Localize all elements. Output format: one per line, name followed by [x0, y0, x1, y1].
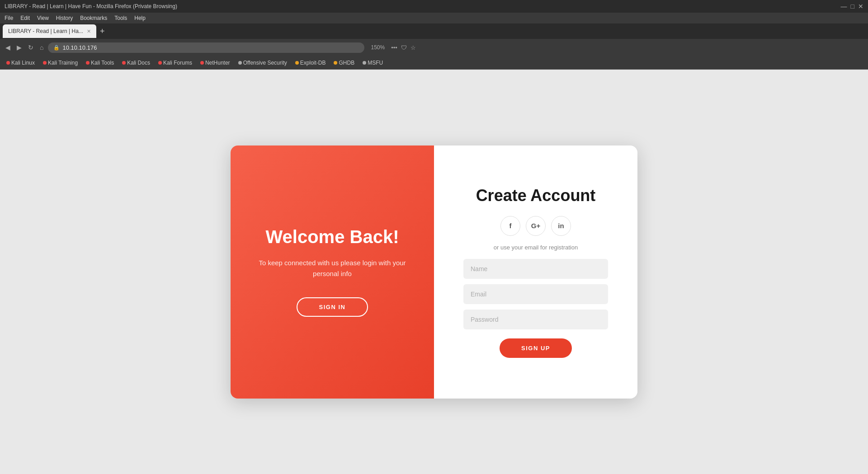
- bookmark-icon: [295, 61, 299, 65]
- menu-tools[interactable]: Tools: [114, 15, 127, 21]
- right-panel: Create Account f G+ in or use your email…: [434, 145, 637, 399]
- bookmark-kali-forums[interactable]: Kali Forums: [156, 59, 195, 67]
- shield-icon: 🛡: [401, 44, 407, 51]
- bookmark-icon: [43, 61, 47, 65]
- linkedin-btn[interactable]: in: [551, 216, 571, 236]
- bookmark-icon: [86, 61, 90, 65]
- url-text: 10.10.10.176: [62, 44, 97, 51]
- bookmark-icon: [122, 61, 126, 65]
- menu-bar: File Edit View History Bookmarks Tools H…: [0, 13, 868, 23]
- bookmarks-bar: Kali Linux Kali Training Kali Tools Kali…: [0, 56, 868, 70]
- zoom-level: 150%: [371, 44, 385, 51]
- tab-bar: LIBRARY - Read | Learn | Ha... ✕ +: [0, 23, 868, 39]
- auth-card: Welcome Back! To keep connected with us …: [231, 145, 637, 399]
- left-panel: Welcome Back! To keep connected with us …: [231, 145, 434, 399]
- social-buttons: f G+ in: [500, 216, 571, 236]
- home-btn[interactable]: ⌂: [38, 43, 45, 52]
- reload-btn[interactable]: ↻: [26, 43, 35, 52]
- toolbar-right: ••• 🛡 ☆: [391, 44, 416, 51]
- star-icon[interactable]: ☆: [410, 44, 416, 51]
- bookmark-msfu[interactable]: MSFU: [360, 59, 386, 67]
- menu-bookmarks[interactable]: Bookmarks: [80, 15, 107, 21]
- title-bar: LIBRARY - Read | Learn | Have Fun - Mozi…: [0, 0, 868, 13]
- bookmark-exploit-db[interactable]: Exploit-DB: [292, 59, 329, 67]
- menu-file[interactable]: File: [5, 15, 13, 21]
- browser-window: LIBRARY - Read | Learn | Have Fun - Mozi…: [0, 0, 868, 474]
- bookmark-icon: [200, 61, 204, 65]
- bookmark-kali-docs[interactable]: Kali Docs: [119, 59, 153, 67]
- forward-btn[interactable]: ▶: [15, 43, 24, 52]
- menu-help[interactable]: Help: [134, 15, 146, 21]
- window-controls: — □ ✕: [841, 3, 863, 10]
- menu-history[interactable]: History: [56, 15, 73, 21]
- lock-icon: 🔒: [53, 45, 60, 51]
- menu-view[interactable]: View: [37, 15, 49, 21]
- bookmark-icon: [158, 61, 162, 65]
- address-bar: ◀ ▶ ↻ ⌂ 🔒 10.10.10.176 150% ••• 🛡 ☆: [0, 39, 868, 56]
- back-btn[interactable]: ◀: [4, 43, 12, 52]
- bookmark-kali-tools[interactable]: Kali Tools: [83, 59, 117, 67]
- sign-in-button[interactable]: SIGN IN: [297, 297, 368, 317]
- bookmark-offensive-security[interactable]: Offensive Security: [236, 59, 290, 67]
- bookmark-ghdb[interactable]: GHDB: [331, 59, 357, 67]
- minimize-btn[interactable]: —: [841, 3, 847, 10]
- name-input[interactable]: [463, 259, 608, 279]
- sign-up-button[interactable]: SIGN UP: [500, 338, 572, 358]
- welcome-subtitle: To keep connected with us please login w…: [249, 258, 416, 279]
- bookmark-kali-linux[interactable]: Kali Linux: [4, 59, 38, 67]
- bookmark-kali-training[interactable]: Kali Training: [40, 59, 80, 67]
- page-content: Welcome Back! To keep connected with us …: [0, 70, 868, 474]
- close-btn[interactable]: ✕: [858, 3, 863, 10]
- maximize-btn[interactable]: □: [851, 3, 854, 10]
- bookmark-icon: [363, 61, 366, 65]
- facebook-btn[interactable]: f: [500, 216, 520, 236]
- bookmark-nethunter[interactable]: NetHunter: [198, 59, 233, 67]
- bookmark-icon: [238, 61, 242, 65]
- bookmark-icon: [334, 61, 337, 65]
- new-tab-btn[interactable]: +: [98, 27, 107, 36]
- or-text: or use your email for registration: [494, 244, 578, 251]
- more-btn[interactable]: •••: [391, 44, 397, 51]
- email-input[interactable]: [463, 284, 608, 304]
- tab-title: LIBRARY - Read | Learn | Ha...: [8, 28, 83, 34]
- browser-title: LIBRARY - Read | Learn | Have Fun - Mozi…: [5, 3, 177, 9]
- menu-edit[interactable]: Edit: [20, 15, 30, 21]
- bookmark-icon: [6, 61, 10, 65]
- create-account-title: Create Account: [476, 186, 596, 205]
- welcome-title: Welcome Back!: [266, 227, 399, 247]
- tab-close-btn[interactable]: ✕: [87, 28, 91, 34]
- url-bar[interactable]: 🔒 10.10.10.176: [48, 42, 364, 53]
- active-tab[interactable]: LIBRARY - Read | Learn | Ha... ✕: [3, 24, 96, 38]
- google-plus-btn[interactable]: G+: [526, 216, 546, 236]
- password-input[interactable]: [463, 310, 608, 329]
